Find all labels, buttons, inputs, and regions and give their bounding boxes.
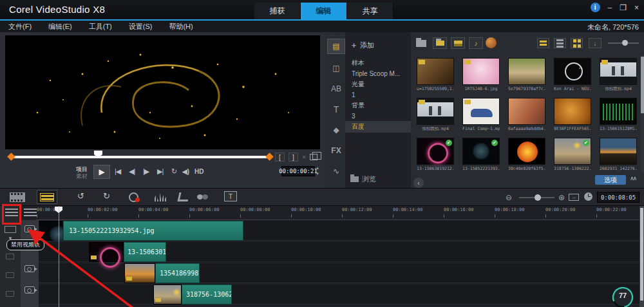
end-button[interactable]: ▶| [157,167,163,176]
add-folder-button[interactable]: + 添加 [345,39,411,52]
filter-audio-icon[interactable]: ♪ [469,37,483,49]
media-thumbnail[interactable] [417,98,454,125]
media-thumbnail[interactable] [508,58,545,85]
transition-icon[interactable]: AB [327,81,345,97]
options-button[interactable]: 选项 [595,175,626,185]
media-thumbnail[interactable] [554,98,591,125]
media-item[interactable]: 6afaaaa9abddb4... [508,98,545,132]
zoom-slider-knob[interactable] [622,40,628,46]
sound-mixer-icon[interactable] [155,193,166,201]
splitter-dots[interactable]: ······· [327,33,348,39]
media-thumbnail[interactable] [417,58,454,85]
media-thumbnail[interactable] [600,98,637,125]
track-display-icon[interactable] [5,226,16,233]
graphic-icon[interactable]: ◆ [327,122,345,138]
overlay-track-2-icon[interactable] [24,265,35,272]
media-item[interactable]: Ken Arai - NEU... [554,58,591,92]
media-thumbnail[interactable] [600,58,637,85]
workspace-tab[interactable]: 共享 [347,3,393,19]
view-grid-icon[interactable] [571,38,583,48]
track-transition-icon[interactable] [197,194,209,200]
timeline-clip-4[interactable]: 318756-1306222 [182,284,232,304]
menu-item[interactable]: 设置(S) [120,22,161,32]
ripple-edit-track2-icon[interactable] [6,254,14,259]
library-scrollbar[interactable] [641,55,644,172]
trim-end-handle[interactable] [265,153,274,161]
media-item[interactable]: 你拍我拍.mp4 [600,58,637,92]
media-item[interactable]: u=1750255509,1... [417,58,454,92]
project-duration-icon[interactable] [584,192,592,201]
mark-out-button[interactable]: ] [289,153,298,162]
overlay-track-3-lane[interactable] [39,284,639,304]
timeline-zoom-in-icon[interactable]: ⊕ [558,193,565,202]
help-icon[interactable]: i [591,3,600,12]
media-item[interactable]: ✔ 13-15063019212... [417,138,454,171]
folder-item[interactable]: 1 [345,90,411,100]
timecode-stepper[interactable]: ▲▼ [316,166,321,176]
media-item[interactable]: 9E30F1FFEAF565... [554,98,591,132]
media-item[interactable]: 30c40e020f63f5... [508,138,545,171]
media-thumbnail[interactable] [554,58,591,85]
timeline-clip-2[interactable]: 13-150630192 [124,242,166,262]
timeline-view-icon[interactable] [37,190,57,204]
media-thumbnail[interactable] [508,98,545,125]
fit-project-icon[interactable]: ↔ [569,194,579,201]
restore-button[interactable]: ❐ [620,3,627,12]
collapse-panel-icon[interactable]: ∧∧ [630,175,636,181]
menu-item[interactable]: 文件(F) [0,22,40,32]
redo-button[interactable]: ↻ [103,191,110,201]
folder-item[interactable]: 百度 [345,121,411,133]
media-item[interactable]: 你拍我拍.mp4 [417,98,454,132]
folder-item[interactable]: Triple Scoop M... [345,69,411,79]
record-capture-icon[interactable] [129,192,138,202]
browse-button[interactable]: 浏览 [350,174,376,184]
timeline-scrollbar-thumb[interactable] [640,208,643,301]
workspace-tab[interactable]: 捕获 [254,3,301,19]
media-library-icon[interactable]: ▤ [327,39,345,54]
filter-photo-icon[interactable] [451,37,465,49]
media-item[interactable]: 2602931_142276... [600,138,637,171]
track-manager-icon-2[interactable] [24,209,37,217]
video-track-icon[interactable] [24,225,35,232]
splitter-dots[interactable]: ········· [5,31,32,37]
thumbnail-zoom-slider[interactable] [608,42,639,44]
minimize-button[interactable]: – [608,3,612,12]
timeline-clip-1[interactable]: 13-150522213932954.jpg [63,221,243,241]
undo-button[interactable]: ↺ [77,191,84,201]
filter-video-icon[interactable] [433,37,447,49]
auto-music-icon[interactable] [178,192,190,201]
workspace-tab[interactable]: 编辑 [301,3,347,19]
media-thumbnail[interactable]: ✔ [417,138,454,165]
menu-item[interactable]: 编辑(E) [40,22,80,32]
menu-item[interactable]: 帮助(H) [160,22,201,32]
record-orb-icon[interactable] [486,37,497,48]
timeline-zoom-slider[interactable] [519,197,554,198]
folder-item[interactable]: 光量 [345,79,411,90]
timeline-ruler[interactable]: 00:00:0000:00:02:0000:00:04:0000:00:06:0… [35,206,639,220]
media-item[interactable]: 5e79679370af7c... [508,58,545,92]
volume-icon[interactable]: ◀) [182,168,189,175]
media-thumbnail[interactable]: ✔ [554,138,591,165]
media-item[interactable]: 1RT5J40-6.jpg [462,58,500,92]
project-duration-value[interactable]: 0:00:08:05 [597,192,639,203]
library-back-button[interactable]: ‹ [413,178,424,188]
home-button[interactable]: |◀ [115,167,120,176]
media-thumbnail[interactable]: ✔ [462,138,500,165]
storyboard-view-icon[interactable] [10,192,25,202]
close-button[interactable]: × [634,3,639,12]
title-tool-icon[interactable]: T [327,102,345,117]
media-thumbnail[interactable] [600,138,637,165]
previous-frame-button[interactable]: ◀| [129,167,135,176]
motion-path-icon[interactable]: ∿ [327,163,345,179]
clip-mode-label[interactable]: 素材 [76,172,88,181]
split-clip-button[interactable]: × [302,153,306,161]
timeline-zoom-knob[interactable] [535,194,541,201]
folder-item[interactable]: 样本 [345,57,411,69]
preview-timecode[interactable]: 00:00:00:21 [281,166,315,176]
library-scrollbar-thumb[interactable] [641,57,644,113]
media-item[interactable]: 13-1506151Z0M1... [600,98,637,132]
view-thumbnail-icon[interactable] [537,38,549,48]
show-folder-icon[interactable] [416,40,426,47]
media-item[interactable]: ✔ 13-15052221393... [462,138,500,171]
enlarge-preview-icon[interactable] [310,154,317,160]
